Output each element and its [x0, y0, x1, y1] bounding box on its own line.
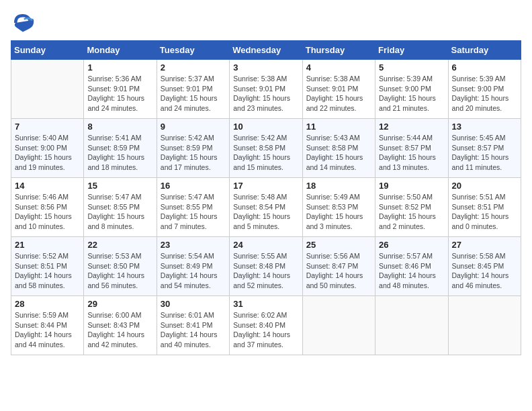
week-row-3: 14Sunrise: 5:46 AM Sunset: 8:56 PM Dayli…	[11, 178, 521, 237]
calendar-cell: 10Sunrise: 5:42 AM Sunset: 8:58 PM Dayli…	[230, 119, 302, 178]
day-info: Sunrise: 5:49 AM Sunset: 8:53 PM Dayligh…	[306, 192, 371, 232]
day-info: Sunrise: 5:42 AM Sunset: 8:59 PM Dayligh…	[161, 133, 226, 173]
calendar-cell: 17Sunrise: 5:48 AM Sunset: 8:54 PM Dayli…	[230, 178, 302, 237]
day-info: Sunrise: 5:46 AM Sunset: 8:56 PM Dayligh…	[15, 192, 80, 232]
calendar-cell: 21Sunrise: 5:52 AM Sunset: 8:51 PM Dayli…	[11, 237, 84, 296]
calendar-cell: 29Sunrise: 6:00 AM Sunset: 8:43 PM Dayli…	[84, 296, 157, 355]
header-row: SundayMondayTuesdayWednesdayThursdayFrid…	[11, 41, 521, 60]
week-row-5: 28Sunrise: 5:59 AM Sunset: 8:44 PM Dayli…	[11, 296, 521, 355]
day-number: 7	[15, 122, 80, 132]
day-info: Sunrise: 5:39 AM Sunset: 9:00 PM Dayligh…	[379, 74, 444, 113]
day-number: 29	[87, 299, 152, 309]
col-header-tuesday: Tuesday	[157, 41, 229, 60]
week-row-1: 1Sunrise: 5:36 AM Sunset: 9:01 PM Daylig…	[11, 60, 521, 119]
day-number: 31	[233, 299, 298, 309]
day-number: 20	[452, 181, 517, 191]
day-number: 26	[379, 240, 444, 250]
day-info: Sunrise: 5:37 AM Sunset: 9:01 PM Dayligh…	[161, 74, 226, 113]
calendar-cell: 1Sunrise: 5:36 AM Sunset: 9:01 PM Daylig…	[84, 60, 157, 119]
day-info: Sunrise: 5:50 AM Sunset: 8:52 PM Dayligh…	[379, 192, 444, 232]
calendar-cell: 20Sunrise: 5:51 AM Sunset: 8:51 PM Dayli…	[448, 178, 521, 237]
day-info: Sunrise: 5:43 AM Sunset: 8:58 PM Dayligh…	[306, 133, 371, 173]
day-info: Sunrise: 5:42 AM Sunset: 8:58 PM Dayligh…	[233, 133, 298, 173]
calendar-cell: 22Sunrise: 5:53 AM Sunset: 8:50 PM Dayli…	[84, 237, 157, 296]
day-number: 1	[87, 62, 152, 73]
calendar-cell	[448, 296, 521, 355]
day-number: 2	[161, 62, 226, 73]
day-info: Sunrise: 5:52 AM Sunset: 8:51 PM Dayligh…	[15, 251, 80, 291]
day-info: Sunrise: 6:02 AM Sunset: 8:40 PM Dayligh…	[233, 310, 298, 350]
calendar-table: SundayMondayTuesdayWednesdayThursdayFrid…	[11, 40, 521, 355]
calendar-cell: 2Sunrise: 5:37 AM Sunset: 9:01 PM Daylig…	[157, 60, 229, 119]
day-number: 12	[379, 122, 444, 132]
day-info: Sunrise: 5:38 AM Sunset: 9:01 PM Dayligh…	[233, 74, 298, 113]
day-number: 22	[87, 240, 152, 250]
day-info: Sunrise: 5:59 AM Sunset: 8:44 PM Dayligh…	[15, 310, 80, 350]
col-header-monday: Monday	[84, 41, 157, 60]
day-info: Sunrise: 5:53 AM Sunset: 8:50 PM Dayligh…	[87, 251, 152, 291]
day-info: Sunrise: 5:38 AM Sunset: 9:01 PM Dayligh…	[306, 74, 371, 113]
calendar-cell: 23Sunrise: 5:54 AM Sunset: 8:49 PM Dayli…	[157, 237, 229, 296]
day-number: 18	[306, 181, 371, 191]
day-info: Sunrise: 5:36 AM Sunset: 9:01 PM Dayligh…	[87, 74, 152, 113]
day-info: Sunrise: 6:00 AM Sunset: 8:43 PM Dayligh…	[87, 310, 152, 350]
day-number: 5	[379, 62, 444, 73]
col-header-friday: Friday	[375, 41, 448, 60]
calendar-cell: 30Sunrise: 6:01 AM Sunset: 8:41 PM Dayli…	[157, 296, 229, 355]
calendar-cell: 11Sunrise: 5:43 AM Sunset: 8:58 PM Dayli…	[302, 119, 375, 178]
calendar-cell: 28Sunrise: 5:59 AM Sunset: 8:44 PM Dayli…	[11, 296, 84, 355]
calendar-cell: 4Sunrise: 5:38 AM Sunset: 9:01 PM Daylig…	[302, 60, 375, 119]
day-info: Sunrise: 5:56 AM Sunset: 8:47 PM Dayligh…	[306, 251, 371, 291]
day-info: Sunrise: 5:41 AM Sunset: 8:59 PM Dayligh…	[87, 133, 152, 173]
calendar-cell	[302, 296, 375, 355]
day-number: 17	[233, 181, 298, 191]
week-row-2: 7Sunrise: 5:40 AM Sunset: 9:00 PM Daylig…	[11, 119, 521, 178]
calendar-cell: 24Sunrise: 5:55 AM Sunset: 8:48 PM Dayli…	[230, 237, 302, 296]
calendar-cell: 7Sunrise: 5:40 AM Sunset: 9:00 PM Daylig…	[11, 119, 84, 178]
day-info: Sunrise: 5:40 AM Sunset: 9:00 PM Dayligh…	[15, 133, 80, 173]
day-number: 21	[15, 240, 80, 250]
day-number: 6	[452, 62, 517, 73]
calendar-cell	[11, 60, 84, 119]
day-number: 27	[452, 240, 517, 250]
day-number: 11	[306, 122, 371, 132]
calendar-cell: 13Sunrise: 5:45 AM Sunset: 8:57 PM Dayli…	[448, 119, 521, 178]
col-header-saturday: Saturday	[448, 41, 521, 60]
day-number: 28	[15, 299, 80, 309]
calendar-cell: 6Sunrise: 5:39 AM Sunset: 9:00 PM Daylig…	[448, 60, 521, 119]
day-info: Sunrise: 5:47 AM Sunset: 8:55 PM Dayligh…	[161, 192, 226, 232]
day-info: Sunrise: 6:01 AM Sunset: 8:41 PM Dayligh…	[161, 310, 226, 350]
day-number: 9	[161, 122, 226, 132]
day-info: Sunrise: 5:44 AM Sunset: 8:57 PM Dayligh…	[379, 133, 444, 173]
calendar-cell: 26Sunrise: 5:57 AM Sunset: 8:46 PM Dayli…	[375, 237, 448, 296]
calendar-cell: 12Sunrise: 5:44 AM Sunset: 8:57 PM Dayli…	[375, 119, 448, 178]
day-number: 14	[15, 181, 80, 191]
day-info: Sunrise: 5:39 AM Sunset: 9:00 PM Dayligh…	[452, 74, 517, 113]
calendar-cell: 27Sunrise: 5:58 AM Sunset: 8:45 PM Dayli…	[448, 237, 521, 296]
logo	[11, 11, 38, 35]
col-header-sunday: Sunday	[11, 41, 84, 60]
day-info: Sunrise: 5:45 AM Sunset: 8:57 PM Dayligh…	[452, 133, 517, 173]
day-number: 19	[379, 181, 444, 191]
day-number: 8	[87, 122, 152, 132]
col-header-thursday: Thursday	[302, 41, 375, 60]
day-number: 23	[161, 240, 226, 250]
day-number: 30	[161, 299, 226, 309]
day-number: 13	[452, 122, 517, 132]
week-row-4: 21Sunrise: 5:52 AM Sunset: 8:51 PM Dayli…	[11, 237, 521, 296]
logo-icon	[11, 11, 35, 35]
calendar-cell: 19Sunrise: 5:50 AM Sunset: 8:52 PM Dayli…	[375, 178, 448, 237]
day-info: Sunrise: 5:48 AM Sunset: 8:54 PM Dayligh…	[233, 192, 298, 232]
day-info: Sunrise: 5:57 AM Sunset: 8:46 PM Dayligh…	[379, 251, 444, 291]
day-number: 4	[306, 62, 371, 73]
day-info: Sunrise: 5:51 AM Sunset: 8:51 PM Dayligh…	[452, 192, 517, 232]
calendar-cell	[375, 296, 448, 355]
day-info: Sunrise: 5:58 AM Sunset: 8:45 PM Dayligh…	[452, 251, 517, 291]
day-number: 10	[233, 122, 298, 132]
day-info: Sunrise: 5:47 AM Sunset: 8:55 PM Dayligh…	[87, 192, 152, 232]
calendar-cell: 15Sunrise: 5:47 AM Sunset: 8:55 PM Dayli…	[84, 178, 157, 237]
calendar-cell: 9Sunrise: 5:42 AM Sunset: 8:59 PM Daylig…	[157, 119, 229, 178]
day-number: 15	[87, 181, 152, 191]
day-number: 16	[161, 181, 226, 191]
calendar-cell: 8Sunrise: 5:41 AM Sunset: 8:59 PM Daylig…	[84, 119, 157, 178]
